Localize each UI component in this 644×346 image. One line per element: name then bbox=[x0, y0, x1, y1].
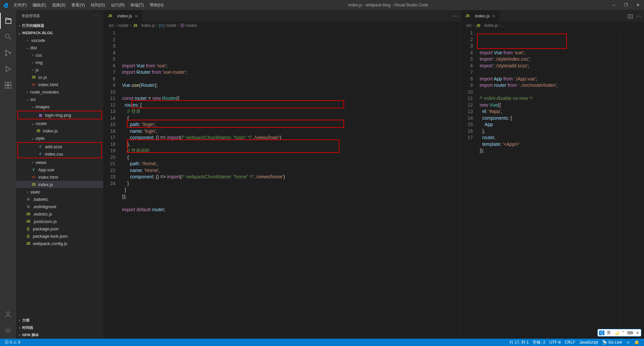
status-bell-icon[interactable]: 🔔 bbox=[632, 340, 641, 345]
tree-folder[interactable]: ⌄src bbox=[16, 96, 103, 103]
maximize-icon[interactable]: ❐ bbox=[623, 3, 629, 7]
timeline-section[interactable]: ›时间线 bbox=[16, 324, 103, 331]
tree-file[interactable]: <>index.html bbox=[16, 173, 103, 181]
tree-file[interactable]: JS.postcssrc.js bbox=[16, 218, 103, 225]
tab-close-icon[interactable]: × bbox=[492, 13, 495, 19]
status-language[interactable]: JavaScript bbox=[577, 340, 600, 345]
tab-close-icon[interactable]: × bbox=[135, 13, 138, 19]
js-file-icon: JS bbox=[132, 23, 138, 28]
ime-toolbar[interactable]: Q 英 🌙 " ⌨ ≡ bbox=[597, 329, 641, 337]
tree-file[interactable]: JScc.js bbox=[16, 73, 103, 81]
js-file-icon: JS bbox=[31, 74, 36, 80]
titlebar: 文件(F) 编辑(E) 选择(S) 查看(V) 转到(G) 运行(R) 终端(T… bbox=[0, 0, 644, 10]
sidebar-more-icon[interactable]: ⋯ bbox=[94, 14, 98, 18]
menubar: 文件(F) 编辑(E) 选择(S) 查看(V) 转到(G) 运行(R) 终端(T… bbox=[11, 1, 166, 9]
explorer-icon[interactable] bbox=[0, 13, 16, 29]
ime-logo-icon: Q bbox=[599, 331, 604, 335]
ime-keyboard-icon[interactable]: ⌨ bbox=[626, 331, 634, 335]
tree-file[interactable]: JSwebpack.config.js bbox=[16, 240, 103, 247]
editor-body-1[interactable]: 123456789101112131415161718192021222324 … bbox=[103, 29, 461, 339]
js-file-icon: JS bbox=[31, 182, 36, 187]
tree-file[interactable]: ⚙.babelrc bbox=[16, 195, 103, 203]
run-debug-icon[interactable] bbox=[0, 61, 16, 77]
tree-folder[interactable]: ›static bbox=[16, 188, 103, 195]
svg-point-8 bbox=[7, 312, 9, 314]
status-cursor-pos[interactable]: 行 17, 列 1 bbox=[507, 340, 531, 345]
activitybar bbox=[0, 10, 16, 339]
editor-more-icon[interactable]: ⋯ bbox=[636, 13, 641, 19]
source-control-icon[interactable] bbox=[0, 45, 16, 61]
tree-folder[interactable]: ›js bbox=[16, 66, 103, 73]
status-encoding[interactable]: UTF-8 bbox=[547, 340, 563, 345]
ime-moon-icon[interactable]: 🌙 bbox=[613, 331, 620, 335]
breadcrumbs-1[interactable]: src› router› JSindex.js› [∅]router› ⚿rou… bbox=[103, 22, 461, 29]
close-icon[interactable]: ✕ bbox=[635, 3, 641, 7]
tree-file[interactable]: JSindex.js bbox=[16, 181, 103, 188]
tree-folder[interactable]: ›img bbox=[16, 59, 103, 66]
sidebar: 资源管理器 ⋯ ›打开的编辑器 ⌄WEBPACK-BLOG ›.vscode⌄d… bbox=[16, 10, 103, 339]
tree-file[interactable]: JSindex.js bbox=[16, 127, 103, 134]
tree-file[interactable]: <>index.html bbox=[16, 81, 103, 88]
css-file-icon: # bbox=[38, 151, 43, 157]
editor-more-icon[interactable]: ⋯ bbox=[452, 13, 458, 19]
tree-folder[interactable]: ›views bbox=[16, 159, 103, 166]
js-file-icon: JS bbox=[36, 128, 41, 133]
tree-file[interactable]: VApp.vue bbox=[16, 166, 103, 173]
outline-section[interactable]: ›大纲 bbox=[16, 316, 103, 324]
project-section[interactable]: ⌄WEBPACK-BLOG bbox=[16, 29, 103, 37]
ime-menu-icon[interactable]: ≡ bbox=[635, 331, 640, 335]
split-editor-icon[interactable]: ▯▯ bbox=[627, 13, 633, 19]
js-file-icon: JS bbox=[25, 219, 31, 224]
js-file-icon: JS bbox=[476, 23, 481, 28]
minimize-icon[interactable]: ─ bbox=[610, 3, 617, 7]
svg-rect-4 bbox=[5, 82, 8, 85]
search-icon[interactable] bbox=[0, 29, 16, 45]
tree-file[interactable]: ▧login-img.png bbox=[18, 111, 101, 119]
editor-group-2: JS index.js × ▯▯ ⋯ src› JSindex.js› ... … bbox=[461, 10, 644, 339]
menu-edit[interactable]: 编辑(E) bbox=[30, 1, 49, 9]
tree-folder[interactable]: ⌄dist bbox=[16, 44, 103, 51]
minimap[interactable] bbox=[621, 29, 644, 339]
tree-folder[interactable]: ⌄style bbox=[16, 134, 103, 142]
settings-gear-icon[interactable] bbox=[0, 323, 16, 339]
tree-file[interactable]: {}package-lock.json bbox=[16, 232, 103, 240]
tree-file[interactable]: {}package.json bbox=[16, 225, 103, 232]
tree-file[interactable]: #index.css bbox=[18, 150, 101, 158]
menu-file[interactable]: 文件(F) bbox=[11, 1, 29, 9]
status-errors[interactable]: ⓧ 0 ⚠ 0 bbox=[3, 340, 22, 345]
tab-index-js[interactable]: JS index.js × bbox=[103, 10, 142, 22]
js-file-icon: JS bbox=[25, 211, 31, 217]
ime-comma-icon[interactable]: " bbox=[622, 331, 625, 335]
file-tree: ›.vscode⌄dist›css›img›jsJScc.js<>index.h… bbox=[16, 37, 103, 316]
tree-folder[interactable]: ›css bbox=[16, 51, 103, 59]
status-spaces[interactable]: 空格: 2 bbox=[531, 340, 547, 345]
menu-view[interactable]: 查看(V) bbox=[69, 1, 88, 9]
tree-folder[interactable]: ›node_modules bbox=[16, 88, 103, 96]
menu-terminal[interactable]: 终端(T) bbox=[128, 1, 146, 9]
npm-section[interactable]: ›NPM 脚本 bbox=[16, 331, 103, 339]
status-feedback-icon[interactable]: ☺ bbox=[624, 340, 632, 345]
breadcrumbs-2[interactable]: src› JSindex.js› ... bbox=[461, 22, 644, 29]
menu-help[interactable]: 帮助(H) bbox=[147, 1, 166, 9]
editor-body-2[interactable]: 1234567891011121314151617 import Vue fro… bbox=[461, 29, 644, 339]
tree-file[interactable]: JS.eslintrc.js bbox=[16, 210, 103, 218]
tree-file[interactable]: #add.scss bbox=[18, 143, 101, 150]
menu-selection[interactable]: 选择(S) bbox=[49, 1, 68, 9]
extensions-icon[interactable] bbox=[0, 77, 16, 93]
json-file-icon: {} bbox=[25, 226, 31, 231]
accounts-icon[interactable] bbox=[0, 306, 16, 323]
svg-rect-5 bbox=[8, 82, 11, 85]
tab-index-js-2[interactable]: JS index.js × bbox=[461, 10, 499, 22]
status-eol[interactable]: CRLF bbox=[563, 340, 577, 345]
minimap[interactable] bbox=[437, 29, 461, 339]
tree-folder[interactable]: ⌄router bbox=[16, 120, 103, 127]
status-golive[interactable]: 📡 Go Live bbox=[600, 340, 624, 345]
tree-file[interactable]: ⚙.eslintignore bbox=[16, 203, 103, 210]
menu-go[interactable]: 转到(G) bbox=[88, 1, 107, 9]
open-editors-section[interactable]: ›打开的编辑器 bbox=[16, 22, 103, 29]
menu-run[interactable]: 运行(R) bbox=[108, 1, 127, 9]
js-file-icon: JS bbox=[107, 13, 113, 19]
tree-folder[interactable]: ⌄images bbox=[16, 103, 103, 110]
cfg-file-icon: ⚙ bbox=[25, 196, 31, 202]
tree-folder[interactable]: ›.vscode bbox=[16, 37, 103, 44]
